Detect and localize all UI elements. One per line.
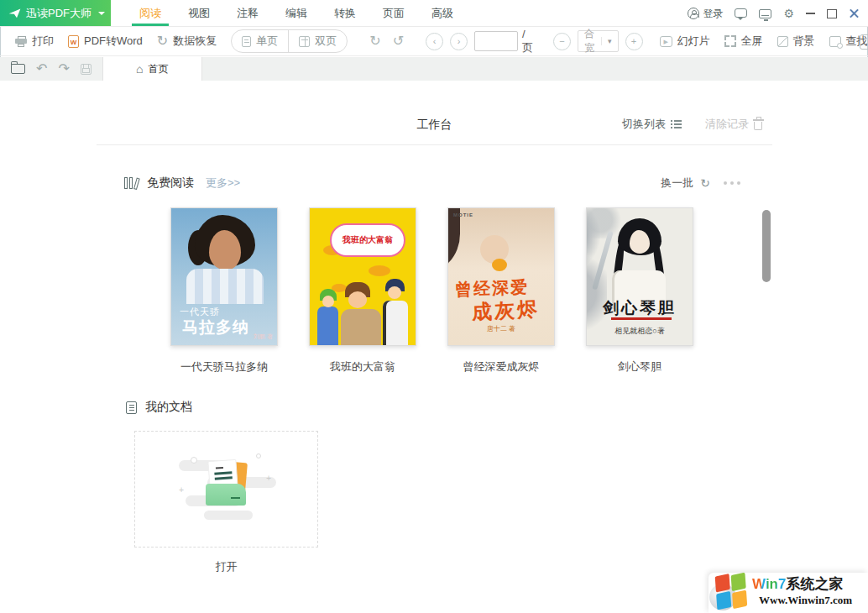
slideshow-button[interactable]: ▶ 幻灯片 — [660, 34, 710, 49]
page-layout-group: 单页 双页 — [231, 29, 348, 53]
chevron-down-icon[interactable] — [98, 12, 105, 18]
clear-records-button[interactable]: 清除记录 — [705, 117, 762, 132]
tab-read[interactable]: 阅读 — [126, 0, 175, 26]
redo-icon[interactable]: ↷ — [58, 62, 69, 76]
divider — [97, 144, 772, 145]
more-link[interactable]: 更多>> — [206, 176, 240, 191]
section-title: 免费阅读 — [147, 176, 194, 191]
book-caption[interactable]: 剑心琴胆 — [586, 359, 693, 375]
open-document-card[interactable]: ++ — [134, 431, 318, 548]
win7-watermark: Win7系统之家 Www.Winwin7.com — [709, 573, 868, 613]
partial-button[interactable] — [860, 34, 868, 50]
gear-icon[interactable]: ⚙ — [783, 8, 794, 19]
maximize-button[interactable] — [827, 9, 837, 18]
scrollbar-thumb[interactable] — [762, 210, 771, 282]
rotate-ccw-icon[interactable]: ↺ — [393, 34, 404, 48]
cover-title: 马拉多纳 — [182, 317, 249, 338]
titlebar-controls: 登录 ⚙ — [688, 0, 860, 27]
rotate-cw-icon[interactable]: ↻ — [369, 34, 380, 48]
tab-advanced[interactable]: 高级 — [418, 0, 467, 26]
page-number-input[interactable] — [474, 31, 518, 51]
book-cover[interactable]: 剑心琴胆 相见就相恋○著 — [586, 207, 693, 346]
cover-title-line2: 成灰烬 — [471, 296, 541, 326]
person-icon — [688, 8, 699, 19]
brand-prefix: Win7 — [752, 576, 786, 592]
free-reading-header: 免费阅读 更多>> 换一批 ↻ — [124, 173, 740, 193]
app-logo[interactable]: 迅读PDF大师 — [0, 0, 111, 26]
switch-list-button[interactable]: 切换列表 — [622, 117, 682, 132]
change-batch-button[interactable]: 换一批 ↻ — [661, 176, 710, 191]
single-page-button[interactable]: 单页 — [232, 34, 288, 49]
publisher-logo: MOTIE — [453, 212, 473, 217]
book-caption[interactable]: 一代天骄马拉多纳 — [170, 359, 278, 375]
zoom-mode-value: 适合宽度 — [584, 27, 594, 56]
login-button[interactable]: 登录 — [688, 7, 723, 21]
book-list: 一代天骄 马拉多纳 刘鹏 著 一代天骄马拉多纳 我班的大富 — [170, 207, 724, 375]
double-page-button[interactable]: 双页 — [289, 34, 347, 49]
page-unit-label: /页 — [522, 28, 533, 55]
book-caption[interactable]: 曾经深爱成灰烬 — [447, 359, 555, 375]
document-tabstrip: ↶ ↷ ⌂ 首页 — [0, 57, 868, 81]
book-cover[interactable]: 一代天骄 马拉多纳 刘鹏 著 — [170, 207, 278, 346]
undo-icon[interactable]: ↶ — [36, 62, 47, 76]
slideshow-label: 幻灯片 — [677, 34, 710, 49]
more-options-button[interactable] — [724, 181, 740, 185]
open-file-icon[interactable] — [11, 64, 25, 74]
tab-home[interactable]: ⌂ 首页 — [102, 57, 202, 81]
my-documents-header: 我的文档 — [126, 400, 192, 415]
double-page-label: 双页 — [315, 34, 337, 49]
close-button[interactable] — [849, 8, 860, 19]
list-icon — [671, 119, 682, 129]
toolbar: 打印 W PDF转Word ↻ 数据恢复 单页 双页 ↻ ↺ ‹ › /页 — [0, 27, 868, 56]
zoom-mode-select[interactable]: 适合宽度 ▾ — [578, 30, 619, 52]
login-label: 登录 — [703, 7, 723, 21]
single-page-label: 单页 — [256, 34, 278, 49]
document-illustration: ++ — [179, 453, 276, 527]
menu-tabs: 阅读 视图 注释 编辑 转换 页面 高级 — [126, 0, 467, 26]
switch-list-label: 切换列表 — [622, 117, 666, 132]
windows-flag-icon — [715, 574, 750, 611]
tab-annotate[interactable]: 注释 — [223, 0, 272, 26]
book-caption[interactable]: 我班的大富翁 — [309, 359, 416, 375]
minimize-button[interactable] — [806, 13, 815, 14]
app-title: 迅读PDF大师 — [26, 6, 92, 21]
cover-author: 唐十二 著 — [448, 324, 554, 333]
book-cover[interactable]: 我班的大富翁 — [309, 207, 416, 346]
zoom-in-button[interactable]: + — [625, 33, 643, 50]
zoom-out-button[interactable]: − — [553, 33, 571, 50]
watermark-text: Win7系统之家 Www.Winwin7.com — [752, 576, 852, 607]
double-page-icon — [299, 36, 310, 47]
prev-page-button[interactable]: ‹ — [426, 33, 443, 50]
chat-icon[interactable] — [735, 8, 747, 18]
printer-icon — [15, 36, 27, 47]
slideshow-icon: ▶ — [660, 36, 672, 47]
tab-page[interactable]: 页面 — [369, 0, 418, 26]
section-title: 我的文档 — [145, 400, 192, 415]
save-icon[interactable] — [81, 64, 92, 75]
brand-suffix: 系统之家 — [786, 576, 843, 592]
cover-title-bubble: 我班的大富翁 — [330, 223, 405, 257]
tab-edit[interactable]: 编辑 — [272, 0, 321, 26]
tab-view[interactable]: 视图 — [175, 0, 223, 26]
fullscreen-button[interactable]: 全屏 — [724, 34, 763, 49]
background-label: 背景 — [793, 34, 815, 49]
paper-plane-icon — [8, 8, 21, 18]
chevron-down-icon: ▾ — [601, 37, 612, 45]
pdf-to-word-button[interactable]: W PDF转Word — [68, 34, 143, 49]
book-cover[interactable]: MOTIE 曾经深爱 成灰烬 唐十二 著 — [447, 207, 555, 346]
open-label: 打开 — [134, 559, 318, 574]
clear-records-label: 清除记录 — [705, 117, 749, 132]
feedback-icon[interactable] — [759, 9, 771, 18]
home-tab-label: 首页 — [149, 62, 169, 76]
search-icon — [829, 36, 841, 47]
data-recovery-button[interactable]: ↻ 数据恢复 — [157, 34, 217, 49]
change-batch-label: 换一批 — [661, 176, 693, 191]
free-reading-actions: 换一批 ↻ — [661, 173, 740, 193]
refresh-icon: ↻ — [700, 177, 710, 189]
next-page-button[interactable]: › — [450, 33, 468, 50]
tab-convert[interactable]: 转换 — [321, 0, 369, 26]
background-button[interactable]: 背景 — [777, 34, 815, 49]
book-card: MOTIE 曾经深爱 成灰烬 唐十二 著 曾经深爱成灰烬 — [447, 207, 555, 375]
background-icon — [777, 36, 788, 47]
print-button[interactable]: 打印 — [15, 34, 54, 49]
